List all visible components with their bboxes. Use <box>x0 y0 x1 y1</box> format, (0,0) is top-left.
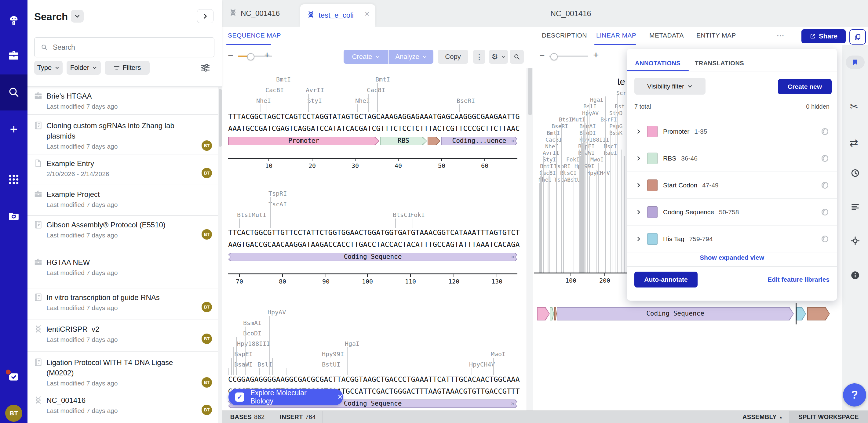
sidebar-item-search[interactable] <box>8 86 20 98</box>
expand-chevron-icon[interactable] <box>636 236 642 242</box>
sequence-cursor[interactable] <box>796 303 797 324</box>
create-new-button[interactable]: Create new <box>778 79 832 94</box>
annotation-row-his-tag[interactable]: His Tag759-794 <box>627 226 837 252</box>
search-type-dropdown[interactable] <box>71 10 84 23</box>
sidebar-item-projects-briefcase[interactable] <box>8 50 20 62</box>
expand-chevron-icon[interactable] <box>636 129 642 135</box>
tab-entity-map[interactable]: ENTITY MAP <box>696 32 736 39</box>
sidebar-item-apps-grid[interactable] <box>8 173 20 186</box>
list-item[interactable]: Brie's HTGAALast modified 7 days ago <box>28 86 218 114</box>
chip-folder[interactable]: Folder <box>67 61 101 75</box>
list-item[interactable]: Ligation Protocol WITH T4 DNA Ligase(M02… <box>28 351 218 391</box>
zoom-in-icon[interactable]: + <box>593 50 599 61</box>
tab-metadata[interactable]: METADATA <box>649 32 684 39</box>
visibility-eye-icon[interactable] <box>821 128 829 135</box>
tab-translations[interactable]: TRANSLATIONS <box>695 60 744 67</box>
map-scrollbar[interactable] <box>527 68 533 411</box>
tab-NC_001416[interactable]: NC_001416 <box>222 0 299 27</box>
sequence-top-strand[interactable]: TTTACGGCTAGCTCAGTCCTAGGTATAGTGCTAGCAAAGA… <box>228 112 520 121</box>
list-item[interactable]: HGTAA NEWLast modified 7 days ago <box>28 253 218 288</box>
visibility-filter-button[interactable]: Visibility filter <box>634 78 706 95</box>
feature-Promoter[interactable]: Promoter <box>228 137 379 145</box>
zoom-in-icon[interactable]: + <box>264 50 270 61</box>
annotation-row-start-codon[interactable]: Start Codon47-49 <box>627 172 837 199</box>
list-item[interactable]: Example Entry2/10/2026 - 2/14/2026BT <box>28 154 218 185</box>
tab-linear-map[interactable]: LINEAR MAP <box>596 32 636 39</box>
share-button[interactable]: Share <box>801 29 846 43</box>
display-settings-icon[interactable] <box>200 63 211 73</box>
user-avatar[interactable]: BT <box>5 405 22 422</box>
feature-Coding Sequence[interactable]: Coding Sequence <box>557 307 794 321</box>
edit-feature-libraries-link[interactable]: Edit feature libraries <box>743 276 830 283</box>
tab-annotations[interactable]: ANNOTATIONS <box>635 60 680 67</box>
list-item[interactable]: Gibson Assembly® Protocol (E5510)Last mo… <box>28 215 218 253</box>
sequence-bottom-strand[interactable]: AAATGCCGATCGAGTCAGGATCCATATCACGATCGTTTCT… <box>228 124 520 133</box>
annotation-row-promoter[interactable]: Promoter1-35 <box>627 118 837 145</box>
expand-chevron-icon[interactable] <box>636 155 642 161</box>
copy-link-button[interactable] <box>849 29 866 44</box>
info-tool[interactable] <box>850 271 860 280</box>
kebab-menu-button[interactable]: ⋮ <box>473 50 485 64</box>
feature-RBS[interactable]: RBS <box>380 137 427 145</box>
feature-start[interactable] <box>428 137 440 145</box>
sequence-top-strand[interactable]: TTCACTGGCGTTGTTCCTATTCTGGTGGAACTGGATGGTG… <box>228 228 520 237</box>
more-tabs-icon[interactable]: ●●● <box>777 34 785 37</box>
assembly-button[interactable]: ASSEMBLY▲ <box>736 411 789 423</box>
list-item[interactable]: Cloning custom sgRNAs into Zhang labplas… <box>28 114 218 154</box>
find-button[interactable] <box>510 50 524 64</box>
list-item[interactable]: lentiCRISPR_v2Last modified 7 days agoBT <box>28 320 218 351</box>
create-button[interactable]: Create <box>344 50 388 64</box>
zoom-out-icon[interactable]: − <box>228 50 233 60</box>
expand-chevron-icon[interactable] <box>636 182 642 188</box>
sidebar-item-benchling-mascot[interactable] <box>8 14 20 27</box>
split-workspace-button[interactable]: SPLIT WORKSPACE <box>789 411 868 423</box>
create-plus-icon[interactable]: + <box>8 124 20 136</box>
tab-description[interactable]: DESCRIPTION <box>542 32 587 39</box>
expand-chevron-icon[interactable] <box>636 209 642 215</box>
visibility-eye-icon[interactable] <box>821 181 829 189</box>
annotation-row-coding-sequence[interactable]: Coding Sequence50-758 <box>627 199 837 226</box>
list-item[interactable]: In vitro transcription of guide RNAsLast… <box>28 288 218 320</box>
zoom-slider-handle[interactable] <box>247 53 254 60</box>
feature-Coding...uence[interactable]: Coding...uence» <box>441 137 517 145</box>
help-button[interactable]: ? <box>843 383 866 406</box>
tab-test_e_coli[interactable]: test_e_coli✕ <box>300 4 375 27</box>
feature-his[interactable] <box>796 307 806 321</box>
tab-sequence-map[interactable]: SEQUENCE MAP <box>228 32 281 39</box>
bookmark-active-pill[interactable] <box>846 56 865 69</box>
feature-start[interactable] <box>807 307 830 321</box>
sequence-top-strand[interactable]: CCGGAGAGGGGAAGGCGACGCGACTTACGGTAAGCTGACC… <box>228 375 520 384</box>
align-lines-tool[interactable] <box>850 202 860 211</box>
explore-checkbox[interactable]: ✓ <box>235 392 244 402</box>
sequence-map-canvas[interactable]: BmtIBmtICac8IAvrIICac8INheIStyINheIBseRI… <box>222 68 527 411</box>
show-expanded-link[interactable]: Show expanded view <box>627 254 837 261</box>
collapse-panel-button[interactable] <box>197 9 214 23</box>
analyze-button[interactable]: Analyze <box>389 50 433 64</box>
search-input[interactable] <box>52 43 200 52</box>
list-item[interactable]: NC_001416Last modified 7 days agoBT <box>28 391 218 423</box>
explore-close-icon[interactable]: ✕ <box>338 393 343 401</box>
zoom-out-icon[interactable]: − <box>539 50 545 60</box>
visibility-eye-icon[interactable] <box>821 155 829 162</box>
scissors-icon[interactable]: ✂ <box>850 101 858 112</box>
explore-molecular-biology-pill[interactable]: ✓ Explore Molecular Biology ✕ <box>228 389 343 405</box>
sequence-bottom-strand[interactable]: AAGTGACCGCAACAAGGATAAGACCACCTTGACCTACCAC… <box>228 240 520 249</box>
sidebar-item-tasks-check-badge[interactable] <box>8 371 20 383</box>
copy-button[interactable]: Copy <box>438 50 468 64</box>
settings-button[interactable]: ⚙ <box>489 50 508 64</box>
auto-annotate-button[interactable]: Auto-annotate <box>634 272 698 288</box>
feature-Coding Sequence[interactable]: Coding Sequence» <box>228 253 517 261</box>
visibility-eye-icon[interactable] <box>821 208 829 216</box>
annotation-row-rbs[interactable]: RBS36-46 <box>627 145 837 172</box>
sidebar-item-registry-folder-sync[interactable] <box>8 210 20 222</box>
visibility-eye-icon[interactable] <box>821 235 829 243</box>
chip-filters[interactable]: Filters <box>105 61 150 75</box>
zoom-slider-handle[interactable] <box>550 53 558 60</box>
swap-arrows-icon[interactable]: ⇄ <box>849 137 858 149</box>
tab-close-icon[interactable]: ✕ <box>364 10 370 18</box>
info-tab-label[interactable]: NC_001416 <box>550 9 591 18</box>
crosshair-tool[interactable] <box>850 236 860 246</box>
chip-type[interactable]: Type <box>34 61 63 75</box>
history-clock-tool[interactable] <box>850 168 860 177</box>
search-scrollbar[interactable] <box>218 86 222 423</box>
